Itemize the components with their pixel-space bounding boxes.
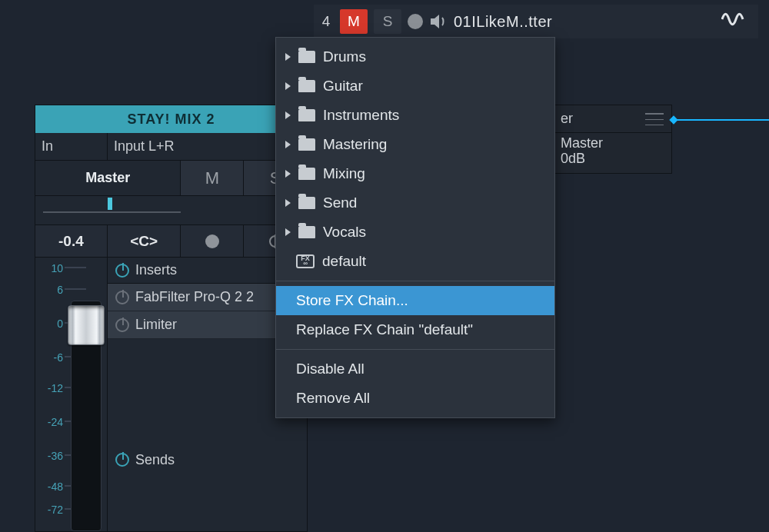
scale-label: -36 [40,450,63,462]
scale-label: 10 [40,262,63,274]
peek-gain-label: 0dB [561,151,664,167]
chevron-right-icon [285,228,291,236]
automation-line-icon [672,119,769,121]
fx-chain-context-menu: Drums Guitar Instruments Mastering Mixin… [275,37,555,418]
expand-icon[interactable] [645,113,664,125]
folder-icon [298,226,315,238]
inserts-label: Inserts [135,262,177,278]
menu-separator-icon [276,349,554,350]
menu-folder-vocals[interactable]: Vocals [276,218,554,247]
power-icon[interactable] [115,264,129,278]
track-name[interactable]: 01ILikeM..tter [454,13,552,31]
channel-mute-button[interactable]: M [181,161,244,195]
menu-folder-mixing[interactable]: Mixing [276,159,554,188]
scale-label: -48 [40,480,63,493]
pan-track-icon [43,211,181,213]
peek-output[interactable]: Master 0dB [553,133,671,164]
menu-label: Instruments [323,107,399,124]
record-arm-icon[interactable] [408,14,423,29]
folder-icon [298,168,315,180]
power-icon[interactable] [115,291,129,304]
chevron-right-icon [285,199,291,207]
scale-label: -72 [40,504,63,516]
menu-label: Replace FX Chain "default" [296,321,473,338]
channel-title: STAY! MIX 2 [35,105,307,133]
fader-handle[interactable] [68,305,105,345]
sends-header[interactable]: Sends [108,447,307,473]
monitor-icon[interactable] [429,14,448,29]
track-solo-button[interactable]: S [374,9,401,34]
channel-strip: STAY! MIX 2 In Input L+R Master M S -0.4… [35,105,308,532]
menu-label: Mastering [323,136,387,153]
menu-label: Disable All [296,361,365,377]
master-mute-solo-row: Master M S [35,161,307,196]
peek-er-label: er [561,111,573,127]
output-master[interactable]: Master [35,161,181,195]
menu-folder-guitar[interactable]: Guitar [276,71,554,101]
menu-label: default [322,253,366,270]
folder-icon [298,80,315,92]
fader-scale: 10 6 0 -6 -12 -24 -36 -48 -72 [35,258,108,532]
menu-folder-drums[interactable]: Drums [276,42,554,71]
power-icon[interactable] [115,318,129,332]
pan-indicator-icon [108,198,112,210]
channel-peek: er Master 0dB [552,105,672,174]
waveform-icon [721,12,754,32]
menu-separator-icon [276,281,554,281]
record-button[interactable] [181,225,244,257]
scale-label: -12 [40,382,63,394]
pan-value[interactable]: <C> [108,225,181,257]
scale-label: -24 [40,416,63,428]
track-row: 4 M S 01ILikeM..tter [314,5,758,38]
menu-folder-send[interactable]: Send [276,188,554,218]
menu-item-replace-fx-chain[interactable]: Replace FX Chain "default" [276,315,554,344]
menu-label: Mixing [323,165,365,182]
track-mute-button[interactable]: M [340,9,368,34]
pan-slider-area[interactable] [35,196,307,225]
menu-label: Guitar [323,78,363,95]
menu-label: Store FX Chain... [296,292,408,309]
menu-item-default-chain[interactable]: FX∞default [276,247,554,276]
menu-item-disable-all[interactable]: Disable All [276,354,554,384]
sends-label: Sends [135,452,175,468]
track-number: 4 [318,13,334,30]
scale-label: 6 [40,284,63,296]
input-label: In [35,133,108,160]
folder-icon [298,51,315,63]
fader-section: 10 6 0 -6 -12 -24 -36 -48 -72 Inserts Fa… [35,258,307,532]
record-dot-icon [205,234,219,248]
menu-label: Remove All [296,390,370,407]
fx-chain-icon: FX∞ [296,254,315,268]
folder-icon [298,197,315,209]
scale-label: -6 [40,351,63,364]
folder-icon [298,109,315,121]
peek-master-label: Master [561,136,664,151]
chevron-right-icon [285,170,291,178]
menu-item-store-fx-chain[interactable]: Store FX Chain... [276,286,554,315]
chevron-right-icon [285,82,291,90]
chevron-right-icon [285,111,291,119]
menu-label: Send [323,195,357,211]
menu-folder-mastering[interactable]: Mastering [276,130,554,159]
input-row: In Input L+R [35,133,307,161]
peek-row[interactable]: er [553,105,671,133]
menu-item-remove-all[interactable]: Remove All [276,384,554,413]
menu-label: Drums [323,48,366,65]
insert-name: FabFilter Pro-Q 2 2 [135,289,254,305]
chevron-right-icon [285,141,291,148]
insert-name: Limiter [135,317,177,333]
folder-icon [298,138,315,151]
menu-folder-instruments[interactable]: Instruments [276,101,554,130]
menu-label: Vocals [323,224,366,241]
value-row: -0.4 <C> [35,225,307,258]
scale-label: 0 [40,318,63,330]
power-icon[interactable] [115,453,129,467]
chevron-right-icon [285,53,291,61]
gain-value[interactable]: -0.4 [35,225,108,257]
